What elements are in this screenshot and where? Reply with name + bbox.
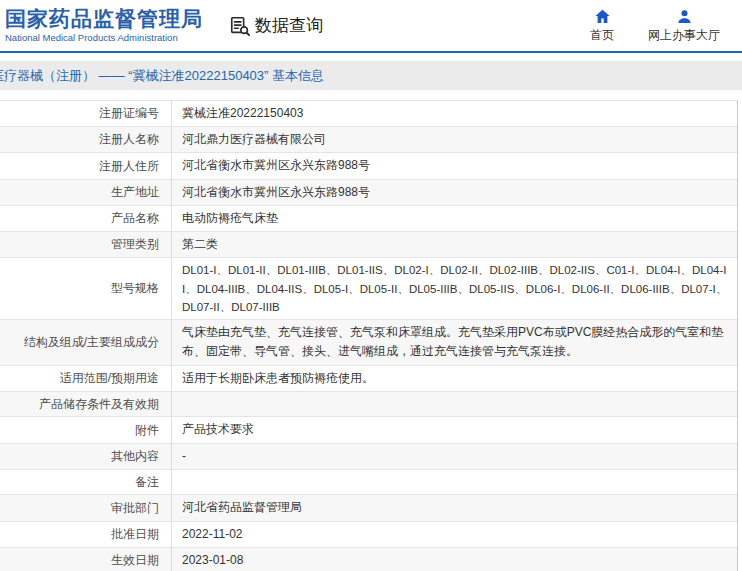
person-icon xyxy=(676,8,693,25)
row-label: 其他内容 xyxy=(0,444,172,469)
row-value: 2022-11-02 xyxy=(172,522,737,547)
row-value: 2023-01-08 xyxy=(172,548,737,571)
row-label: 注册人名称 xyxy=(0,127,172,152)
row-label: 批准日期 xyxy=(0,522,172,547)
row-label: 管理类别 xyxy=(0,232,172,257)
row-value: 河北省衡水市冀州区永兴东路988号 xyxy=(172,153,737,178)
row-value: 河北省药品监督管理局 xyxy=(172,495,737,520)
row-value: - xyxy=(172,444,737,469)
nav-label-online-hall: 网上办事大厅 xyxy=(648,27,720,44)
row-value: DL01-I、DL01-II、DL01-IIIB、DL01-IIS、DL02-I… xyxy=(172,258,737,319)
row-value xyxy=(172,392,737,417)
table-row-approval-department: 审批部门 河北省药品监督管理局 xyxy=(0,495,737,521)
data-query-title: 数据查询 xyxy=(255,14,323,37)
row-label: 结构及组成/主要组成成分 xyxy=(0,320,172,364)
row-value: 河北省衡水市冀州区永兴东路988号 xyxy=(172,180,737,205)
row-value: 冀械注准20222150403 xyxy=(172,101,737,126)
table-row-intended-use: 适用范围/预期用途 适用于长期卧床患者预防褥疮使用。 xyxy=(0,366,737,392)
table-row-registrant-address: 注册人住所 河北省衡水市冀州区永兴东路988号 xyxy=(0,153,737,179)
table-row-management-class: 管理类别 第二类 xyxy=(0,232,737,258)
row-value: 第二类 xyxy=(172,232,737,257)
table-row-remarks: 备注 xyxy=(0,470,737,496)
row-value: 电动防褥疮气床垫 xyxy=(172,206,737,231)
row-label: 生效日期 xyxy=(0,548,172,571)
table-row-approval-date: 批准日期 2022-11-02 xyxy=(0,522,737,548)
row-label: 审批部门 xyxy=(0,495,172,520)
row-label: 生产地址 xyxy=(0,180,172,205)
table-row-model-specs: 型号规格 DL01-I、DL01-II、DL01-IIIB、DL01-IIS、D… xyxy=(0,258,737,320)
data-query-icon xyxy=(229,15,251,37)
breadcrumb: 医疗器械（注册） —— “冀械注准20222150403” 基本信息 xyxy=(0,67,324,85)
row-label: 产品名称 xyxy=(0,206,172,231)
breadcrumb-bar: 医疗器械（注册） —— “冀械注准20222150403” 基本信息 xyxy=(0,61,742,90)
row-label: 适用范围/预期用途 xyxy=(0,366,172,391)
row-value xyxy=(172,470,737,495)
row-label: 产品储存条件及有效期 xyxy=(0,392,172,417)
table-row-registrant-name: 注册人名称 河北鼎力医疗器械有限公司 xyxy=(0,127,737,153)
table-row-effective-date: 生效日期 2023-01-08 xyxy=(0,548,737,571)
device-detail-table: 注册证编号 冀械注准20222150403 注册人名称 河北鼎力医疗器械有限公司… xyxy=(0,100,738,571)
nav-item-online-hall[interactable]: 网上办事大厅 xyxy=(648,8,720,44)
logo-subtitle: National Medical Products Administration xyxy=(5,33,203,43)
data-query-section: 数据查询 xyxy=(229,14,323,37)
row-value: 产品技术要求 xyxy=(172,417,737,442)
row-label: 型号规格 xyxy=(0,258,172,319)
row-label: 注册人住所 xyxy=(0,153,172,178)
table-row-other-content: 其他内容 - xyxy=(0,444,737,470)
table-row-product-name: 产品名称 电动防褥疮气床垫 xyxy=(0,206,737,232)
table-row-storage-validity: 产品储存条件及有效期 xyxy=(0,392,737,418)
table-row-production-address: 生产地址 河北省衡水市冀州区永兴东路988号 xyxy=(0,180,737,206)
nav-item-home[interactable]: 首页 xyxy=(590,8,614,44)
page-header: 国家药品监督管理局 National Medical Products Admi… xyxy=(0,0,742,53)
nmpa-logo: 国家药品监督管理局 National Medical Products Admi… xyxy=(5,8,203,42)
row-value: 气床垫由充气垫、充气连接管、充气泵和床罩组成。充气垫采用PVC布或PVC膜经热合… xyxy=(172,320,737,364)
home-icon xyxy=(594,8,611,25)
header-nav: 首页 网上办事大厅 xyxy=(590,8,720,44)
row-label: 备注 xyxy=(0,470,172,495)
row-value: 河北鼎力医疗器械有限公司 xyxy=(172,127,737,152)
table-row-structure-composition: 结构及组成/主要组成成分 气床垫由充气垫、充气连接管、充气泵和床罩组成。充气垫采… xyxy=(0,320,737,365)
nav-label-home: 首页 xyxy=(590,27,614,44)
logo-title: 国家药品监督管理局 xyxy=(5,8,203,30)
row-label: 注册证编号 xyxy=(0,101,172,126)
row-value: 适用于长期卧床患者预防褥疮使用。 xyxy=(172,366,737,391)
row-label: 附件 xyxy=(0,417,172,442)
table-row-attachment: 附件 产品技术要求 xyxy=(0,417,737,443)
table-row-reg-cert-no: 注册证编号 冀械注准20222150403 xyxy=(0,101,737,127)
